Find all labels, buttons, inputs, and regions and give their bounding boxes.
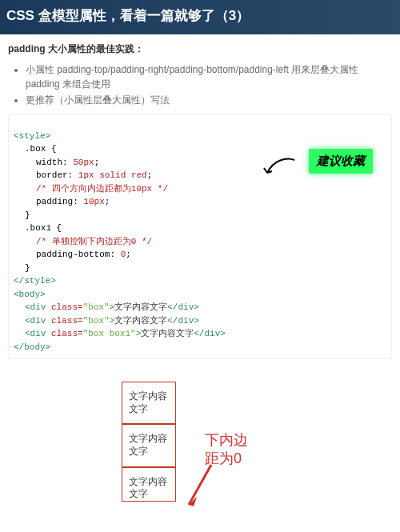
- page-title: CSS 盒模型属性，看着一篇就够了（3）: [0, 0, 400, 34]
- list-item: 小属性 padding-top/padding-right/padding-bo…: [26, 62, 392, 91]
- list-item: 更推荐（小属性层叠大属性）写法: [26, 93, 392, 107]
- recommend-badge: 建议收藏: [309, 149, 373, 174]
- demo-figure: 文字内容文字 文字内容文字 文字内容文字 下内边 距为0: [8, 374, 392, 510]
- demo-annotation: 下内边 距为0: [190, 374, 278, 510]
- page-title-text: CSS 盒模型属性，看着一篇就够了（3）: [6, 8, 250, 23]
- svg-line-0: [189, 465, 211, 505]
- bullet-list: 小属性 padding-top/padding-right/padding-bo…: [8, 62, 392, 107]
- article-body: padding 大小属性的最佳实践： 小属性 padding-top/paddi…: [0, 34, 400, 522]
- arrow-icon: [186, 462, 218, 510]
- demo-box: 文字内容文字: [122, 424, 176, 466]
- badge-text: 建议收藏: [317, 154, 365, 167]
- curved-arrow-icon: [262, 155, 298, 179]
- demo-box: 文字内容文字: [122, 382, 176, 424]
- section-lead: padding 大小属性的最佳实践：: [8, 42, 392, 56]
- code-block-wrap: 建议收藏 <style> .box { width: 50px; border:…: [8, 114, 392, 359]
- demo-box-last: 文字内容文字: [122, 467, 176, 502]
- demo-boxes: 文字内容文字 文字内容文字 文字内容文字: [122, 382, 176, 502]
